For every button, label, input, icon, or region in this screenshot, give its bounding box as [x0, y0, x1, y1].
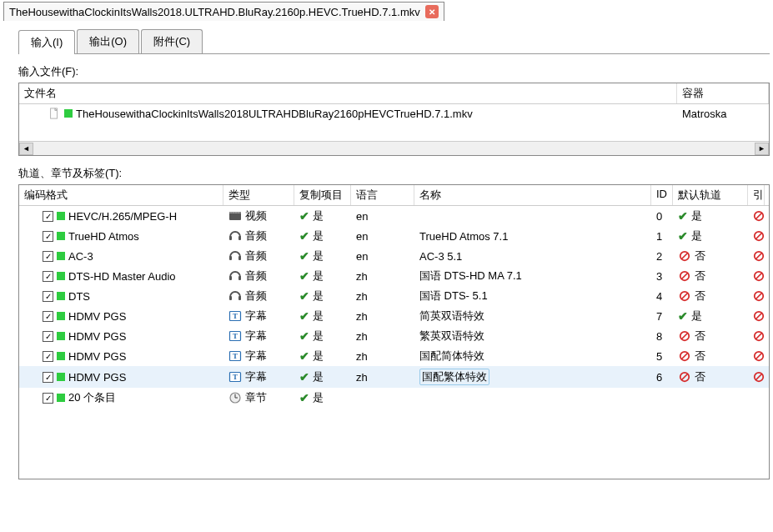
check-icon: ✔ — [678, 209, 688, 223]
track-type-cell: 音频 — [223, 266, 294, 286]
track-row[interactable]: ✓HEVC/H.265/MPEG-H视频✔ 是en0✔ 是 — [19, 206, 769, 226]
tracks-header-name[interactable]: 名称 — [414, 185, 651, 205]
input-files-label: 输入文件(F): — [18, 64, 770, 79]
svg-text:T: T — [233, 312, 238, 320]
track-codec-cell: ✓DTS — [19, 288, 223, 305]
audio-icon — [228, 229, 242, 243]
track-extra-cell — [748, 267, 765, 285]
deny-icon — [678, 289, 691, 303]
track-checkbox[interactable]: ✓ — [43, 291, 53, 302]
check-icon: ✔ — [299, 249, 309, 263]
track-row[interactable]: ✓TrueHD Atmos音频✔ 是enTrueHD Atmos 7.11✔ 是 — [19, 226, 769, 246]
track-extra-cell — [748, 347, 765, 365]
track-type-cell: T字幕 — [223, 306, 294, 326]
track-type: 章节 — [245, 390, 267, 405]
track-name-cell: 简英双语特效 — [414, 306, 651, 326]
track-row[interactable]: ✓AC-3音频✔ 是enAC-3 5.12 否 — [19, 246, 769, 266]
track-row[interactable]: ✓DTS音频✔ 是zh国语 DTS- 5.14 否 — [19, 286, 769, 306]
tracks-header-default[interactable]: 默认轨道 — [673, 185, 748, 205]
tracks-header-id[interactable]: ID — [651, 185, 673, 205]
track-checkbox[interactable]: ✓ — [43, 393, 53, 404]
file-tab-label: TheHousewithaClockinItsWalls2018.ULTRAHD… — [9, 6, 420, 18]
scroll-right-icon[interactable]: ► — [755, 143, 769, 155]
svg-rect-25 — [229, 296, 232, 300]
track-name-cell: 国配简体特效 — [414, 346, 651, 366]
check-icon: ✔ — [299, 370, 309, 384]
track-checkbox[interactable]: ✓ — [43, 311, 53, 322]
tracks-header-codec[interactable]: 编码格式 — [19, 185, 223, 205]
tab-attachments[interactable]: 附件(C) — [141, 29, 203, 53]
track-row[interactable]: ✓HDMV PGST字幕✔ 是zh国配简体特效5 否 — [19, 346, 769, 366]
status-square-icon — [64, 109, 73, 118]
track-checkbox[interactable]: ✓ — [43, 331, 53, 342]
deny-icon — [678, 329, 691, 343]
track-checkbox[interactable]: ✓ — [43, 372, 53, 383]
track-checkbox[interactable]: ✓ — [43, 271, 53, 282]
track-lang: zh — [351, 328, 414, 345]
tracks-body[interactable]: ✓HEVC/H.265/MPEG-H视频✔ 是en0✔ 是✓TrueHD Atm… — [19, 206, 769, 479]
track-default-cell: 否 — [673, 326, 748, 346]
status-square-icon — [57, 394, 65, 402]
files-body[interactable]: TheHousewithaClockinItsWalls2018ULTRAHDB… — [19, 104, 769, 141]
track-lang: zh — [351, 268, 414, 285]
svg-rect-9 — [229, 236, 232, 240]
track-default-cell: ✔ 是 — [673, 206, 748, 226]
track-checkbox[interactable]: ✓ — [43, 251, 53, 262]
track-row[interactable]: ✓20 个条目章节✔ 是 — [19, 388, 769, 408]
svg-rect-20 — [238, 276, 241, 280]
track-type: 音频 — [245, 248, 267, 263]
track-checkbox[interactable]: ✓ — [43, 211, 53, 222]
svg-rect-26 — [238, 296, 241, 300]
svg-line-30 — [756, 294, 762, 299]
track-type: 音频 — [245, 289, 267, 304]
files-hscrollbar[interactable]: ◄ ► — [19, 141, 769, 155]
track-checkbox[interactable]: ✓ — [43, 351, 53, 362]
file-container: Matroska — [677, 105, 769, 123]
file-tab[interactable]: TheHousewithaClockinItsWalls2018.ULTRAHD… — [3, 2, 444, 21]
track-row[interactable]: ✓HDMV PGST字幕✔ 是zh国配繁体特效6 否 — [19, 366, 769, 388]
tracks-header-copy[interactable]: 复制项目 — [294, 185, 351, 205]
track-row[interactable]: ✓HDMV PGST字幕✔ 是zh简英双语特效7✔ 是 — [19, 306, 769, 326]
deny-icon — [753, 370, 765, 384]
status-square-icon — [57, 252, 65, 260]
video-icon — [228, 209, 242, 223]
track-default-cell: ✔ 是 — [673, 306, 748, 326]
track-id: 2 — [651, 248, 673, 265]
svg-line-34 — [756, 314, 762, 319]
track-type-cell: 章节 — [223, 388, 294, 408]
tracks-header-type[interactable]: 类型 — [223, 185, 294, 205]
svg-rect-13 — [229, 256, 232, 260]
scroll-left-icon[interactable]: ◄ — [19, 143, 33, 155]
tab-output[interactable]: 输出(O) — [77, 29, 139, 53]
svg-text:T: T — [233, 373, 238, 381]
track-checkbox[interactable]: ✓ — [43, 231, 53, 242]
track-id: 3 — [651, 268, 673, 285]
main-tabs: 输入(I) 输出(O) 附件(C) — [18, 29, 770, 54]
close-icon[interactable]: ✕ — [425, 5, 439, 18]
deny-icon — [753, 269, 765, 283]
svg-point-6 — [238, 212, 238, 213]
subtitle-icon: T — [228, 349, 242, 363]
track-name: 国语 DTS-HD MA 7.1 — [419, 269, 522, 284]
deny-icon — [753, 229, 765, 243]
tracks-label: 轨道、章节及标签(T): — [18, 166, 770, 181]
track-codec-cell: ✓HEVC/H.265/MPEG-H — [19, 208, 223, 225]
files-header-name[interactable]: 文件名 — [19, 83, 677, 103]
file-row[interactable]: TheHousewithaClockinItsWalls2018ULTRAHDB… — [19, 104, 769, 123]
check-icon: ✔ — [299, 329, 309, 343]
tracks-header-lang[interactable]: 语言 — [351, 185, 414, 205]
track-codec: DTS-HD Master Audio — [68, 270, 176, 283]
track-row[interactable]: ✓HDMV PGST字幕✔ 是zh繁英双语特效8 否 — [19, 326, 769, 346]
files-header-container[interactable]: 容器 — [677, 83, 769, 103]
tab-input[interactable]: 输入(I) — [18, 30, 75, 54]
track-default-cell — [673, 395, 748, 400]
track-type-cell: T字幕 — [223, 346, 294, 366]
deny-icon — [753, 329, 765, 343]
track-name: AC-3 5.1 — [419, 250, 462, 263]
track-type: 字幕 — [245, 349, 267, 364]
track-row[interactable]: ✓DTS-HD Master Audio音频✔ 是zh国语 DTS-HD MA … — [19, 266, 769, 286]
status-square-icon — [57, 312, 65, 320]
svg-line-52 — [756, 374, 762, 380]
track-type-cell: T字幕 — [223, 326, 294, 346]
tracks-header-extra[interactable]: 引 — [748, 185, 765, 205]
